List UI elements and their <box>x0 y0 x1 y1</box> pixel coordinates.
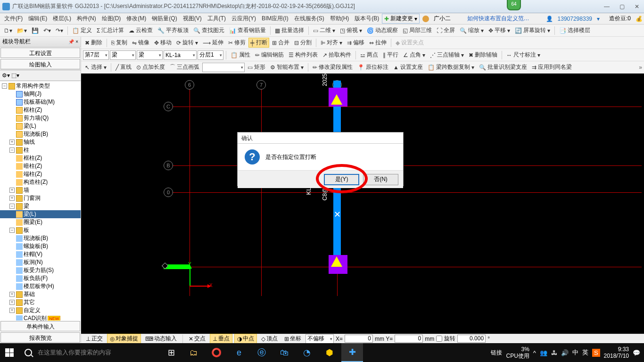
intersection-toggle[interactable]: ✕交点 <box>186 334 208 343</box>
local-3d-button[interactable]: ◱局部三维 <box>401 25 434 35</box>
set-support-button[interactable]: ▲设置支座 <box>391 62 425 72</box>
menu-version[interactable]: 版本号(B) <box>352 15 382 23</box>
start-button[interactable] <box>0 343 19 362</box>
mirror-button[interactable]: ⇋镜像 <box>130 38 151 48</box>
report-preview-button[interactable]: 报表预览 <box>0 332 80 343</box>
two-point-button[interactable]: ⚍两点 <box>358 50 380 60</box>
cortana-icon[interactable] <box>19 349 38 356</box>
y-field[interactable]: 0 <box>395 335 423 343</box>
menu-file[interactable]: 文件(F) <box>1 15 25 23</box>
tray-ime1[interactable]: 中 <box>572 348 578 357</box>
draw-input-button[interactable]: 绘图输入 <box>0 59 80 69</box>
property-button[interactable]: 📋属性 <box>229 50 252 60</box>
select-button[interactable]: ↖选择▾ <box>83 62 108 72</box>
expander-icon[interactable]: − <box>2 83 7 89</box>
three-aux-button[interactable]: ⋰三点辅轴▾ <box>428 50 466 60</box>
parallel-button[interactable]: ∥平行 <box>381 50 400 60</box>
maximize-button[interactable]: ▢ <box>617 2 627 11</box>
cloud-check-button[interactable]: ☁云检查 <box>127 25 155 35</box>
tray-people-icon[interactable]: 👥 <box>540 349 547 356</box>
break-button[interactable]: ╪打断 <box>248 38 269 48</box>
layer-select[interactable]: 分层1 <box>198 50 223 60</box>
pan-button[interactable]: ✥平移▾ <box>487 25 512 35</box>
zoom-button[interactable]: 🔍缩放▾ <box>458 25 486 35</box>
subcategory-select[interactable]: 梁 <box>137 50 163 60</box>
redo-button[interactable]: ↷▾ <box>54 26 65 35</box>
new-change-button[interactable]: ✚新建变更 ▾ <box>382 14 420 24</box>
toolbar-overflow-icon[interactable]: » <box>639 64 642 71</box>
top-view-button[interactable]: ◳俯视▾ <box>338 25 364 35</box>
minimize-button[interactable]: — <box>602 2 611 11</box>
single-input-button[interactable]: 单构件输入 <box>0 321 80 331</box>
beam-copy-button[interactable]: 📋梁跨数据复制▾ <box>426 62 476 72</box>
chrome-icon[interactable]: ⭕ <box>206 343 227 362</box>
offset-button[interactable]: ⇉偏移 <box>345 38 366 48</box>
tray-up-icon[interactable]: ^ <box>533 349 536 356</box>
promo-link[interactable]: 如何快速布置自定义范… <box>467 15 529 23</box>
rotate-checkbox[interactable] <box>436 336 442 342</box>
modify-beam-button[interactable]: ✏修改梁段属性 <box>311 62 355 72</box>
update-badge[interactable]: 64 <box>507 0 521 10</box>
user-avatar-icon[interactable] <box>422 16 429 22</box>
new-button[interactable]: 🗋▾ <box>2 26 14 35</box>
menu-bim[interactable]: BIM应用(I) <box>259 15 291 23</box>
drawing-canvas[interactable]: 6 7 8 C B 0 KL-7 300*600 C8@1 2025 ✕ Y X <box>81 74 644 334</box>
menu-floor[interactable]: 楼层(L) <box>50 15 74 23</box>
explorer-icon[interactable]: 🗂 <box>183 343 205 362</box>
menu-component[interactable]: 构件(N) <box>74 15 99 23</box>
project-settings-button[interactable]: 工程设置 <box>0 48 80 58</box>
menu-help[interactable]: 帮助(H) <box>327 15 352 23</box>
trim-button[interactable]: ✂修剪 <box>226 38 248 48</box>
define-button[interactable]: 📋定义 <box>70 25 94 35</box>
cpu-meter[interactable]: 3%CPU使用 <box>506 346 529 360</box>
move-button[interactable]: ✥移动 <box>152 38 173 48</box>
menu-draw[interactable]: 绘图(D) <box>99 15 124 23</box>
set-grip-button[interactable]: ◆设置夹点 <box>394 38 426 48</box>
offset-mode-select[interactable]: 不偏移 <box>305 334 334 344</box>
floor-select[interactable]: 第7层 <box>83 50 109 60</box>
delete-button[interactable]: ✖删除 <box>83 38 104 48</box>
search-placeholder[interactable]: 在这里输入你要搜索的内容 <box>38 348 160 357</box>
draw-mode-select[interactable] <box>202 63 245 72</box>
summary-button[interactable]: Σ 汇总计算 <box>95 25 126 35</box>
tray-clock[interactable]: 9:332018/7/10 <box>604 346 629 360</box>
ie-icon[interactable]: ⓔ <box>251 343 272 362</box>
task-view-icon[interactable]: ⊞ <box>160 343 182 362</box>
rotate-field[interactable]: 0.000 <box>457 335 486 343</box>
apply-same-button[interactable]: ⇉应用到同名梁 <box>530 62 574 72</box>
three-arc-button[interactable]: ⌒三点画弧 <box>168 62 201 72</box>
component-tree[interactable]: −常用构件类型 轴网(J) 筏板基础(M) 框柱(Z) 剪力墙(Q) 梁(L) … <box>0 81 81 321</box>
tray-network-icon[interactable]: 🖧 <box>551 349 557 356</box>
x-field[interactable]: 0 <box>345 335 373 343</box>
yes-button[interactable]: 是(Y) <box>324 174 359 185</box>
current-app-icon[interactable]: ✚ <box>341 343 363 362</box>
tray-sogou-icon[interactable]: S <box>592 349 600 357</box>
tree-tool-icon[interactable]: ⚙▾ <box>2 72 10 79</box>
link-status[interactable]: 链接 <box>491 349 502 357</box>
menu-modify[interactable]: 修改(M) <box>124 15 149 23</box>
select-floor-button[interactable]: 📑选择楼层 <box>557 25 592 35</box>
menu-edit[interactable]: 编辑(E) <box>25 15 50 23</box>
flat-roof-button[interactable]: 🔧平齐板顶 <box>156 25 190 35</box>
smart-place-button[interactable]: ⚙智能布置▾ <box>268 62 305 72</box>
rotate-button[interactable]: ⟳旋转▾ <box>174 38 200 48</box>
open-button[interactable]: 📂▾ <box>15 26 29 35</box>
merge-button[interactable]: ⊞合并 <box>270 38 291 48</box>
edit-steel-button[interactable]: ✏编辑钢筋 <box>253 50 286 60</box>
pin-icon[interactable]: 📌 × <box>68 39 78 44</box>
fullscreen-button[interactable]: ⛶全屏 <box>435 25 457 35</box>
edge-icon[interactable]: e <box>228 343 250 362</box>
save-button[interactable]: 💾 <box>30 26 41 35</box>
line-button[interactable]: ╱直线 <box>114 62 133 72</box>
copy-button[interactable]: ⎘复制 <box>109 38 129 48</box>
app-icon2[interactable]: ⬢ <box>319 343 340 362</box>
coord-toggle[interactable]: ⊞坐标 <box>282 334 304 343</box>
point-angle-button[interactable]: ∠点角▾ <box>401 50 427 60</box>
delete-aux-button[interactable]: ✖删除辅轴 <box>467 50 499 60</box>
app-icon1[interactable]: ◔ <box>296 343 318 362</box>
dyn-input-toggle[interactable]: ⌨动态输入 <box>143 334 179 343</box>
tree-tool-icon2[interactable]: ⬚▾ <box>11 72 19 79</box>
vertex-toggle[interactable]: ◇顶点 <box>259 334 280 343</box>
close-button[interactable]: ✕ <box>632 2 642 11</box>
batch-recognize-button[interactable]: 🔍批量识别梁支座 <box>477 62 529 72</box>
